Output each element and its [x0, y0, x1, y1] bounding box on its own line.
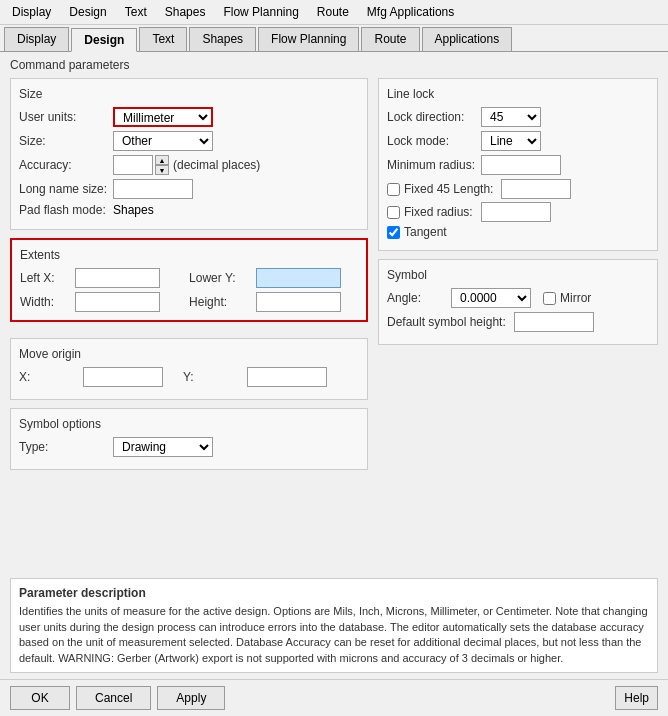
extents-title: Extents — [20, 248, 358, 262]
angle-select[interactable]: 0.0000 45.0000 90.0000 — [451, 288, 531, 308]
accuracy-spinner[interactable]: ▲ ▼ — [155, 155, 169, 175]
param-desc-title: Parameter description — [19, 585, 649, 602]
pad-flash-value: Shapes — [113, 203, 154, 217]
pad-flash-label: Pad flash mode: — [19, 203, 109, 217]
symbol-options-title: Symbol options — [19, 417, 359, 431]
menu-route[interactable]: Route — [309, 2, 357, 22]
default-height-label: Default symbol height: — [387, 315, 506, 329]
menu-display[interactable]: Display — [4, 2, 59, 22]
menu-shapes[interactable]: Shapes — [157, 2, 214, 22]
cancel-button[interactable]: Cancel — [76, 686, 151, 710]
sym-type-label: Type: — [19, 440, 109, 454]
angle-label: Angle: — [387, 291, 447, 305]
size-label: Size: — [19, 134, 109, 148]
move-x-label: X: — [19, 370, 79, 384]
lock-mode-select[interactable]: Line Off — [481, 131, 541, 151]
move-y-input[interactable]: 0.0 — [247, 367, 327, 387]
menubar: Display Design Text Shapes Flow Planning… — [0, 0, 668, 25]
sym-type-select[interactable]: Drawing Package Format — [113, 437, 213, 457]
extents-panel: Extents Left X: -250.0000 Lower Y: 250.0… — [10, 238, 368, 322]
min-radius-input[interactable]: 0.0000 — [481, 155, 561, 175]
symbol-options-panel: Symbol options Type: Drawing Package For… — [10, 408, 368, 470]
section-title: Command parameters — [10, 58, 658, 72]
fixed-radius-checkbox[interactable] — [387, 206, 400, 219]
move-y-label: Y: — [183, 370, 243, 384]
help-button[interactable]: Help — [615, 686, 658, 710]
tab-display[interactable]: Display — [4, 27, 69, 51]
ok-button[interactable]: OK — [10, 686, 70, 710]
tab-flow-planning[interactable]: Flow Planning — [258, 27, 359, 51]
left-x-label: Left X: — [20, 271, 71, 285]
fixed45-input[interactable]: 0.6350 — [501, 179, 571, 199]
width-input[interactable]: 500.0000 — [75, 292, 160, 312]
tab-shapes[interactable]: Shapes — [189, 27, 256, 51]
lower-y-input[interactable]: 250.0000 — [256, 268, 341, 288]
default-height-input[interactable]: 3.81100 — [514, 312, 594, 332]
width-label: Width: — [20, 295, 71, 309]
height-input[interactable]: 500.0000 — [256, 292, 341, 312]
tabbar: Display Design Text Shapes Flow Planning… — [0, 25, 668, 52]
line-lock-title: Line lock — [387, 87, 649, 101]
mirror-checkbox[interactable] — [543, 292, 556, 305]
menu-design[interactable]: Design — [61, 2, 114, 22]
menu-flow-planning[interactable]: Flow Planning — [215, 2, 306, 22]
menu-mfg-applications[interactable]: Mfg Applications — [359, 2, 462, 22]
tab-route[interactable]: Route — [361, 27, 419, 51]
user-units-label: User units: — [19, 110, 109, 124]
lower-y-label: Lower Y: — [189, 271, 252, 285]
height-label: Height: — [189, 295, 252, 309]
move-origin-panel: Move origin X: 0.0 Y: 0.0 — [10, 338, 368, 400]
apply-button[interactable]: Apply — [157, 686, 225, 710]
long-name-input[interactable]: 255 — [113, 179, 193, 199]
fixed-radius-label: Fixed radius: — [404, 205, 473, 219]
left-x-input[interactable]: -250.0000 — [75, 268, 160, 288]
accuracy-down[interactable]: ▼ — [155, 165, 169, 175]
bottom-bar: OK Cancel Apply Help — [0, 679, 668, 716]
tangent-label: Tangent — [404, 225, 447, 239]
fixed45-label: Fixed 45 Length: — [404, 182, 493, 196]
accuracy-input[interactable]: 4 — [113, 155, 153, 175]
tab-applications[interactable]: Applications — [422, 27, 513, 51]
line-lock-panel: Line lock Lock direction: 45 90 Lock mod… — [378, 78, 658, 251]
size-panel: Size User units: Millimeter Mils Inch Mi… — [10, 78, 368, 230]
main-content: Command parameters Size User units: Mill… — [0, 52, 668, 679]
size-panel-title: Size — [19, 87, 359, 101]
menu-text[interactable]: Text — [117, 2, 155, 22]
mirror-label: Mirror — [560, 291, 591, 305]
fixed45-checkbox[interactable] — [387, 183, 400, 196]
tab-design[interactable]: Design — [71, 28, 137, 52]
param-desc: Parameter description Identifies the uni… — [10, 578, 658, 673]
size-select[interactable]: Other A B — [113, 131, 213, 151]
symbol-panel: Symbol Angle: 0.0000 45.0000 90.0000 Mir… — [378, 259, 658, 345]
lock-dir-label: Lock direction: — [387, 110, 477, 124]
decimal-label: (decimal places) — [173, 158, 260, 172]
tab-text[interactable]: Text — [139, 27, 187, 51]
move-x-input[interactable]: 0.0 — [83, 367, 163, 387]
move-origin-title: Move origin — [19, 347, 359, 361]
user-units-select[interactable]: Millimeter Mils Inch Microns Centimeter — [113, 107, 213, 127]
symbol-panel-title: Symbol — [387, 268, 649, 282]
long-name-label: Long name size: — [19, 182, 109, 196]
lock-mode-label: Lock mode: — [387, 134, 477, 148]
accuracy-up[interactable]: ▲ — [155, 155, 169, 165]
fixed-radius-input[interactable]: 0.6350 — [481, 202, 551, 222]
param-desc-text: Identifies the units of measure for the … — [19, 604, 649, 666]
accuracy-label: Accuracy: — [19, 158, 109, 172]
tangent-checkbox[interactable] — [387, 226, 400, 239]
min-radius-label: Minimum radius: — [387, 158, 477, 172]
lock-dir-select[interactable]: 45 90 — [481, 107, 541, 127]
